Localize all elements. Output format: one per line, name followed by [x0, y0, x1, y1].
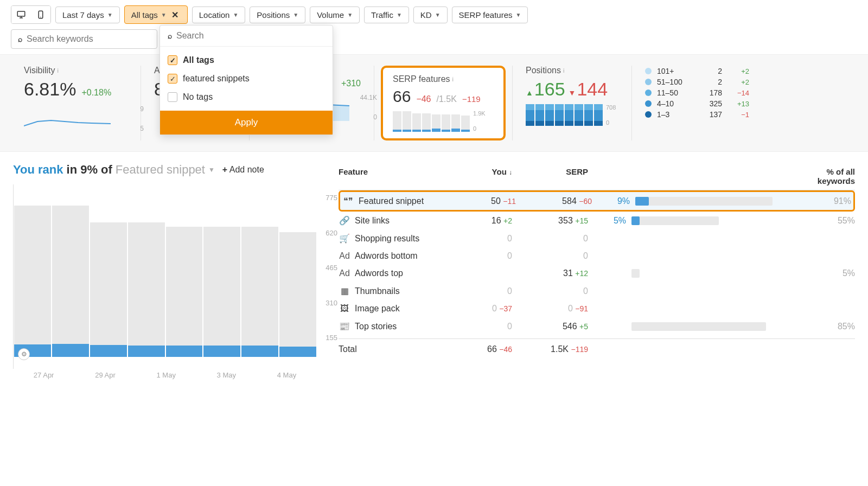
positions-up: 165: [526, 79, 565, 100]
rank-section: You rank in 9% of Featured snippet ▼ + A…: [0, 152, 868, 390]
legend-dot: [645, 68, 652, 74]
chevron-down-icon: ▼: [397, 12, 402, 18]
you-rank-label: You rank: [13, 163, 63, 177]
chart-bar[interactable]: [241, 227, 278, 357]
tags-dropdown-search: ⌕: [160, 25, 333, 47]
col-pct[interactable]: % of all keywords: [795, 167, 855, 186]
chart-bar[interactable]: [52, 206, 89, 357]
tag-option-featured[interactable]: ✓ featured snippets: [160, 69, 333, 88]
legend-dot: [645, 79, 652, 85]
features-total-row: Total 66 −46 1.5K −119: [339, 338, 855, 360]
chevron-down-icon: ▼: [516, 12, 521, 18]
legend-row[interactable]: 51–100 2 +2: [645, 76, 749, 87]
serp-delta: −46: [416, 94, 431, 104]
feature-row[interactable]: 🔗Site links 16 +2 353 +15 5% 55%: [339, 212, 855, 229]
tags-dropdown: ⌕ ✓ All tags ✓ featured snippets No tags…: [159, 25, 333, 135]
features-table: Feature You ↓ SERP % of all keywords ❝❞F…: [339, 163, 855, 379]
serp-features-filter[interactable]: SERP features▼: [452, 7, 528, 23]
checkbox-icon: ✓: [168, 55, 177, 65]
positions-legend: 101+ 2 +2 51–100 2 +2 11–50 178 −14 4–10…: [632, 66, 762, 140]
info-icon[interactable]: i: [563, 67, 564, 74]
thumb-icon: ▦: [339, 286, 350, 296]
feature-row[interactable]: 🖼Image pack 0 −37 0 −91: [339, 300, 855, 317]
chart-bar[interactable]: [128, 222, 165, 357]
legend-row[interactable]: 4–10 325 +13: [645, 98, 749, 109]
col-you[interactable]: You ↓: [447, 167, 512, 186]
clear-tags-icon[interactable]: ✕: [170, 9, 181, 20]
feature-select[interactable]: Featured snippet: [116, 163, 205, 177]
info-icon[interactable]: i: [452, 76, 454, 82]
cart-icon: 🛒: [339, 233, 350, 244]
checkbox-icon: [168, 92, 177, 102]
chart-bar[interactable]: [203, 227, 240, 357]
news-icon: 📰: [339, 321, 350, 331]
chevron-down-icon: ▼: [233, 12, 238, 18]
mobile-icon: [36, 10, 46, 20]
chevron-down-icon: ▼: [161, 12, 167, 18]
rank-header: You rank in 9% of Featured snippet ▼ + A…: [13, 163, 317, 177]
tags-filter[interactable]: All tags ▼ ✕: [124, 5, 188, 24]
device-toggle: [11, 5, 51, 24]
desktop-icon: [16, 10, 26, 20]
legend-dot: [645, 89, 652, 96]
tag-option-none[interactable]: No tags: [160, 88, 333, 106]
chart-bar[interactable]: [90, 222, 127, 357]
visibility-label: Visibility: [24, 66, 55, 75]
legend-row[interactable]: 1–3 137 −1: [645, 109, 749, 120]
serp-label: SERP features: [393, 74, 450, 84]
legend-dot: [645, 111, 652, 118]
quote-icon: ❝❞: [342, 196, 354, 206]
desktop-button[interactable]: [11, 6, 31, 23]
date-range-label: Last 7 days: [62, 10, 104, 20]
chart-bar[interactable]: [166, 227, 203, 357]
traffic-delta: +310: [341, 79, 361, 88]
visibility-delta: +0.18%: [81, 88, 111, 98]
legend-row[interactable]: 11–50 178 −14: [645, 87, 749, 98]
chevron-down-icon: ▼: [435, 12, 441, 18]
col-serp[interactable]: SERP: [512, 167, 588, 186]
svg-point-2: [40, 17, 41, 18]
feature-row[interactable]: AdAdwords top 31 +12 5%: [339, 265, 855, 282]
apply-button[interactable]: Apply: [160, 111, 333, 135]
feature-row[interactable]: AdAdwords bottom 0 0: [339, 247, 855, 265]
positions-stacked-bars: [526, 104, 603, 126]
rank-bar-chart: 775 620 465 310 155 ⚙: [13, 184, 317, 369]
feature-row[interactable]: 📰Top stories 0 546 +5 85%: [339, 317, 855, 335]
col-feature[interactable]: Feature: [339, 167, 447, 186]
legend-row[interactable]: 101+ 2 +2: [645, 66, 749, 76]
volume-filter[interactable]: Volume▼: [310, 7, 360, 23]
chevron-down-icon: ▼: [107, 12, 113, 18]
location-filter[interactable]: Location▼: [192, 7, 246, 23]
serp-sub: /1.5K: [437, 94, 457, 104]
serp-features-card[interactable]: SERP featuresi 66 −46 /1.5K −119: [381, 66, 506, 140]
svg-rect-0: [17, 11, 25, 16]
feature-row[interactable]: ▦Thumbnails 0 0: [339, 282, 855, 300]
serp-value: 66: [393, 87, 411, 106]
positions-filter[interactable]: Positions▼: [250, 7, 305, 23]
add-note-button[interactable]: + Add note: [222, 165, 264, 175]
positions-label: Positions: [526, 66, 561, 75]
keyword-search: ⌕: [11, 29, 157, 49]
chevron-down-icon: ▼: [293, 12, 298, 18]
ad-t-icon: Ad: [339, 268, 350, 278]
tags-search-input[interactable]: [176, 31, 325, 41]
chevron-down-icon: ▼: [347, 12, 353, 18]
chart-bar[interactable]: [14, 206, 51, 357]
serp-minibars: [393, 110, 470, 132]
chart-bar[interactable]: [279, 232, 316, 357]
visibility-card: Visibilityi 6.81% +0.18% 9 5: [11, 66, 141, 140]
rank-chart-area: You rank in 9% of Featured snippet ▼ + A…: [13, 163, 317, 379]
info-icon[interactable]: i: [58, 67, 59, 74]
date-range-filter[interactable]: Last 7 days ▼: [55, 7, 120, 23]
mobile-button[interactable]: [31, 6, 50, 23]
kd-filter[interactable]: KD▼: [413, 7, 448, 23]
positions-down: 144: [569, 79, 608, 100]
traffic-filter[interactable]: Traffic▼: [364, 7, 409, 23]
tags-filter-label: All tags: [131, 10, 158, 20]
chart-settings-button[interactable]: ⚙: [18, 348, 30, 360]
feature-row[interactable]: ❝❞Featured snippet 50 −11 584 −60 9% 91%: [339, 190, 855, 212]
search-icon: ⌕: [168, 31, 172, 40]
keyword-search-input[interactable]: [27, 34, 150, 44]
feature-row[interactable]: 🛒Shopping results 0 0: [339, 229, 855, 247]
tag-option-all[interactable]: ✓ All tags: [160, 51, 333, 69]
